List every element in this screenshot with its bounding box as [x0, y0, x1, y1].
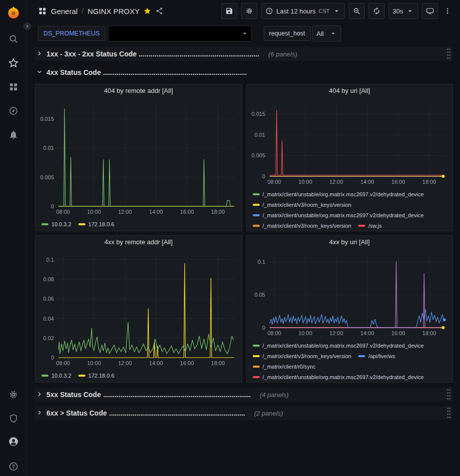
panel-title[interactable]: 4xx by uri [All]: [247, 236, 453, 249]
svg-text:10:00: 10:00: [298, 330, 312, 336]
sidebar-toggle-button[interactable]: [23, 22, 31, 30]
svg-text:10:00: 10:00: [87, 360, 101, 366]
svg-text:10:00: 10:00: [298, 179, 312, 185]
dashboard-title[interactable]: NGINX PROXY: [87, 7, 139, 15]
legend-label: /_matrix/client/v3/room_keys/version: [263, 222, 352, 230]
time-range-label: Last 12 hours: [276, 7, 316, 15]
kebab-icon: [444, 7, 452, 15]
grafana-app: ? General / NGINX PROXY Last 12 hours CS: [0, 0, 460, 476]
zoom-out-icon: [353, 7, 361, 15]
chevron-right-icon: [25, 24, 29, 28]
sidebar-item-help[interactable]: ?: [7, 461, 19, 473]
svg-text:0: 0: [262, 325, 265, 331]
help-icon: ?: [8, 462, 18, 472]
top-navbar: General / NGINX PROXY Last 12 hours CST: [27, 0, 460, 22]
sidebar-item-dashboards[interactable]: [7, 81, 19, 93]
row-drag-handle[interactable]: [447, 389, 451, 401]
compass-icon: [8, 106, 18, 116]
panel-404-by-remote-addr: 404 by remote addr [All] 08:0010:0012:00…: [35, 84, 242, 231]
gear-icon: [245, 7, 253, 15]
caret-down-icon: [333, 7, 341, 15]
legend-item[interactable]: /_matrix/client/v3/room_keys/version: [253, 222, 352, 230]
gear-icon: [8, 390, 18, 400]
legend-item[interactable]: /_matrix/client/unstable/org.matrix.msc2…: [253, 190, 424, 198]
cycle-view-button[interactable]: [422, 3, 438, 19]
panel-title[interactable]: 404 by remote addr [All]: [35, 84, 242, 97]
request-host-select[interactable]: All: [312, 25, 341, 41]
sidebar-item-explore[interactable]: [7, 105, 19, 117]
panel-title[interactable]: 404 by uri [All]: [247, 84, 453, 97]
legend: 10.0.3.2172.18.0.6: [35, 216, 242, 230]
search-icon: [8, 34, 18, 44]
svg-text:?: ?: [12, 464, 15, 470]
legend-item[interactable]: /_matrix/client/v3/room_keys/version: [253, 352, 352, 360]
sidebar-item-search[interactable]: [7, 33, 19, 45]
legend-item[interactable]: /sw.js: [358, 222, 382, 230]
datasource-select[interactable]: [108, 25, 252, 41]
grafana-logo-icon: [6, 5, 21, 20]
legend-item[interactable]: 10.0.3.2: [41, 220, 71, 228]
timeseries-chart: 08:0010:0012:0014:0016:0018:0000.050.1: [247, 249, 452, 338]
legend-swatch: [358, 355, 365, 357]
star-fill-icon[interactable]: [143, 7, 151, 15]
row-header-4xx[interactable]: 4xx Status Code ........................…: [35, 65, 453, 79]
share-icon[interactable]: [155, 7, 163, 15]
svg-text:14:00: 14:00: [360, 330, 374, 336]
svg-text:18:00: 18:00: [422, 330, 436, 336]
row-header-6xx[interactable]: 6xx > Status Code ......................…: [35, 406, 453, 420]
shield-icon: [8, 414, 18, 424]
legend-item[interactable]: /_matrix/client/r0/sync: [253, 363, 316, 371]
legend-label: /_matrix/client/v3/room_keys/version: [263, 201, 352, 209]
legend-item[interactable]: /_matrix/client/unstable/org.matrix.msc2…: [253, 342, 424, 350]
dashboard-settings-button[interactable]: [241, 3, 257, 19]
save-icon: [225, 7, 233, 15]
time-picker-button[interactable]: Last 12 hours CST: [261, 3, 345, 19]
refresh-interval-dropdown[interactable]: 30s: [389, 3, 418, 19]
row-title: 5xx Status Code: [46, 391, 101, 399]
row-drag-handle[interactable]: [447, 48, 451, 60]
legend-swatch: [41, 375, 48, 377]
svg-text:12:00: 12:00: [118, 209, 132, 215]
row-title-dots: ........................................…: [139, 50, 259, 58]
zoom-out-button[interactable]: [349, 3, 365, 19]
more-options-button[interactable]: [442, 3, 453, 19]
row-panel-count: (4 panels): [260, 391, 289, 399]
breadcrumb-folder[interactable]: General: [51, 7, 77, 15]
sidebar-item-configuration[interactable]: [7, 389, 19, 401]
legend-label: 172.18.0.6: [88, 220, 114, 228]
row-header-5xx[interactable]: 5xx Status Code ........................…: [35, 388, 453, 402]
request-host-variable-label: request_host: [264, 26, 311, 41]
breadcrumb: General / NGINX PROXY: [38, 6, 163, 15]
legend-label: /api/live/ws: [368, 352, 395, 360]
panel-4xx-by-remote-addr: 4xx by remote addr [All] 08:0010:0012:00…: [35, 235, 242, 383]
request-host-value: All: [317, 30, 324, 37]
svg-text:10:00: 10:00: [87, 209, 101, 215]
save-dashboard-button[interactable]: [221, 3, 237, 19]
svg-text:16:00: 16:00: [391, 179, 405, 185]
legend-item[interactable]: 172.18.0.6: [78, 220, 114, 228]
legend-label: /_matrix/client/r0/sync: [263, 363, 316, 371]
sidebar-item-server-admin[interactable]: [7, 413, 19, 425]
legend-item[interactable]: 172.18.0.6: [78, 372, 114, 380]
legend-item[interactable]: 10.0.3.2: [41, 372, 71, 380]
sidebar-item-profile[interactable]: [7, 436, 19, 448]
panel-title[interactable]: 4xx by remote addr [All]: [35, 236, 242, 249]
legend-swatch: [253, 214, 260, 216]
svg-text:18:00: 18:00: [422, 179, 436, 185]
apps-icon[interactable]: [38, 6, 47, 15]
sidebar-item-alerting[interactable]: [7, 129, 19, 141]
grafana-logo[interactable]: [6, 5, 21, 20]
row-drag-handle[interactable]: [447, 408, 451, 419]
refresh-button[interactable]: [369, 3, 385, 19]
legend-item[interactable]: /_matrix/client/unstable/org.matrix.msc2…: [253, 211, 424, 219]
legend-item[interactable]: /_matrix/client/v3/room_keys/version: [253, 201, 352, 209]
row-title: 4xx Status Code: [46, 68, 101, 76]
legend-item[interactable]: /_matrix/client/unstable/org.matrix.msc2…: [253, 373, 424, 381]
legend-item[interactable]: /api/live/ws: [358, 352, 395, 360]
legend-label: /_matrix/client/unstable/org.matrix.msc2…: [263, 190, 424, 198]
row-header-1xx-3xx-2xx[interactable]: 1xx - 3xx - 2xx Status Code ............…: [35, 47, 453, 61]
legend: /_matrix/client/unstable/org.matrix.msc2…: [247, 186, 453, 231]
legend-swatch: [253, 366, 260, 368]
sidebar-item-starred[interactable]: [7, 57, 19, 69]
legend-label: /_matrix/client/unstable/org.matrix.msc2…: [263, 211, 424, 219]
